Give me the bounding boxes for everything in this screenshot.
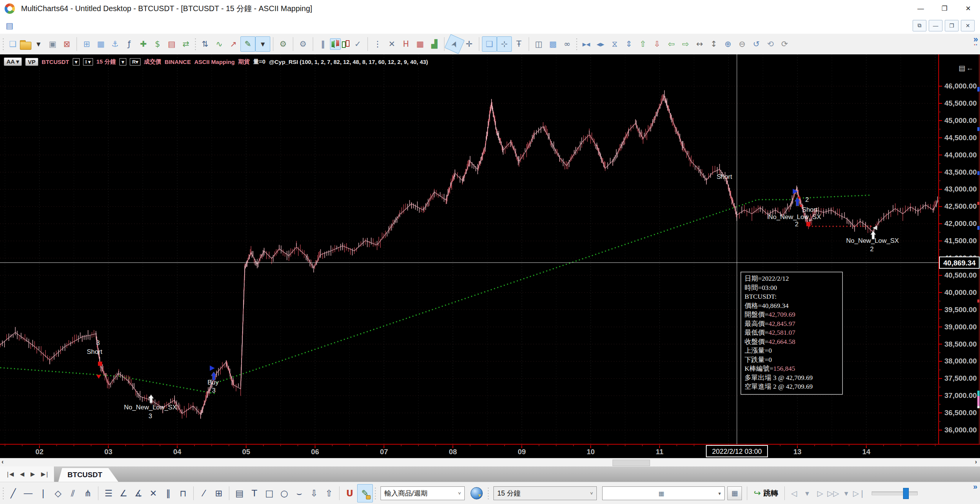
maximize-button[interactable]: ❐ [933, 0, 956, 17]
zoom-in-icon[interactable]: ⊕ [721, 37, 735, 51]
study-label[interactable]: @Cyp_RSI (100, 1, 2, 7, 82, 12, 48, 8, 1… [269, 59, 428, 65]
combo-dropdown-icon[interactable]: ▾ [717, 491, 721, 496]
last-tab-button[interactable]: ▶❘ [41, 471, 49, 478]
calendar-icon[interactable]: ▦ [658, 490, 664, 497]
new-chart-window-icon[interactable]: ❑ [6, 37, 20, 51]
study-settings-icon[interactable]: ⚙ [276, 37, 290, 51]
next-tab-button[interactable]: ▶ [31, 471, 34, 478]
magnet-tool-icon[interactable]: U [342, 484, 357, 502]
globe-icon[interactable] [470, 487, 483, 499]
chart-scrollbar[interactable]: ‹ › [0, 458, 980, 467]
calcul-list-tool-icon[interactable]: ▤ [232, 484, 247, 502]
expand-vertical-icon[interactable]: ⇕ [622, 37, 636, 51]
scroll-right-icon[interactable]: › [975, 458, 977, 465]
close-window-icon[interactable]: ⊠ [60, 37, 74, 51]
step-back-dropdown[interactable]: ▾ [800, 489, 813, 498]
step-back-button[interactable]: ◁ [787, 489, 800, 498]
insert-symbol-icon[interactable]: ⊞ [80, 37, 94, 51]
prev-tab-button[interactable]: ◀ [20, 471, 24, 478]
format-function-icon[interactable]: ƒ [122, 37, 136, 51]
arrow-down-tool-icon[interactable]: ⇩ [307, 484, 322, 502]
collapse-bars-icon[interactable]: ▶◀ [579, 37, 593, 51]
close-child-button[interactable]: ✕ [961, 20, 975, 31]
save-workspace-icon[interactable]: ▣ [46, 37, 60, 51]
timeframe-combo[interactable]: 15 分鐘 ˅ [493, 486, 597, 500]
combo-dropdown-icon[interactable]: ˅ [452, 491, 461, 496]
undo-icon[interactable]: ↺ [749, 37, 763, 51]
symbol-dropdown[interactable]: ▾ [73, 58, 80, 65]
one-to-one-x-icon[interactable]: ↔ [693, 37, 707, 51]
undo-x-icon[interactable]: ⟲ [763, 37, 777, 51]
resolution-dropdown[interactable]: R▾ [130, 58, 140, 65]
trend-angle-tool-icon[interactable]: ∠ [116, 484, 131, 502]
point-figure-icon[interactable]: ✕ [385, 37, 399, 51]
float-window-button[interactable]: ⧉ [913, 20, 926, 31]
scroll-left-icon[interactable]: ‹ [2, 458, 3, 465]
candle-style-icon[interactable] [330, 38, 341, 50]
parallel-vertical-tool-icon[interactable]: ‖ [161, 484, 176, 502]
toolbar-overflow-icon[interactable]: » ▪▪ [973, 36, 978, 46]
text-tool-icon[interactable]: T [247, 484, 262, 502]
combo-dropdown-icon[interactable]: ˅ [585, 491, 593, 496]
mapping-label[interactable]: ASCII Mapping [194, 59, 235, 65]
zoom-out-icon[interactable]: ⊖ [735, 37, 749, 51]
elliott-wave-tool-icon[interactable]: ∡ [131, 484, 146, 502]
interval-dropdown[interactable]: I ▾ [83, 58, 93, 65]
format-study-icon[interactable]: ✚ [136, 37, 150, 51]
timeframe-dropdown[interactable]: ▾ [119, 58, 127, 65]
price-type-label[interactable]: 成交價 [144, 58, 161, 65]
slider-thumb[interactable] [903, 488, 909, 499]
volume-label[interactable]: 量=0 [253, 58, 265, 65]
shift-left-icon[interactable]: ⇦ [664, 37, 678, 51]
shift-right-icon[interactable]: ⇨ [678, 37, 693, 51]
format-strategy-icon[interactable]: $ [150, 37, 165, 51]
draw-lock-tool-icon[interactable]: ✎ [357, 484, 373, 502]
font-size-chip[interactable]: AA ▾ [4, 57, 22, 66]
bar-style-icon[interactable]: ∥ [316, 37, 330, 51]
parallelogram-tool-icon[interactable]: ◇ [51, 484, 65, 502]
minimize-button[interactable]: — [909, 0, 933, 17]
image-export-icon[interactable]: ▩ [546, 37, 560, 51]
pointer-tool-icon[interactable]: ➤ [444, 34, 464, 54]
hint-bubble-icon[interactable]: ∞ [560, 37, 574, 51]
fast-forward-button[interactable]: ▷▷ [826, 489, 840, 498]
symbol-label[interactable]: BTCUSDT [42, 59, 69, 65]
insert-curve-plus-icon[interactable]: ∿ [212, 37, 226, 51]
scale-up-icon[interactable]: ⇧ [636, 37, 650, 51]
fib-retracement-tool-icon[interactable]: ☰ [101, 484, 116, 502]
tab-btcusdt[interactable]: BTCUSDT [58, 468, 118, 482]
insert-study-icon[interactable]: ⚓ [108, 37, 122, 51]
apply-symbol-button[interactable]: ▦ [727, 486, 742, 500]
jump-button[interactable]: ↪ 跳轉 [754, 488, 778, 498]
restore-child-button[interactable]: ❐ [945, 20, 959, 31]
exchange-label[interactable]: BINANCE [165, 59, 191, 65]
pitchfork-tool-icon[interactable]: ⋔ [80, 484, 95, 502]
gann-box-tool-icon[interactable]: ⊓ [176, 484, 191, 502]
go-end-button[interactable]: ▷❘ [853, 489, 866, 498]
insert-bar-plus-icon[interactable]: ⇅ [198, 37, 212, 51]
ellipse-tool-icon[interactable]: ○ [277, 484, 292, 502]
open-dropdown-icon[interactable]: ▾ [31, 37, 46, 51]
price-chart[interactable]: 3ShortNo_New_Low_SX3Buy3Short2ShortNo_Ne… [0, 54, 980, 458]
data-tooltip-icon[interactable]: ❑ [482, 36, 497, 52]
fast-forward-dropdown[interactable]: ▾ [840, 489, 853, 498]
drawing-mode-icon[interactable]: ✎ [240, 36, 255, 52]
goto-date-combo[interactable]: ▦ ▾ [602, 486, 725, 500]
undo-y-icon[interactable]: ⟳ [777, 37, 792, 51]
crosshair-tool-icon[interactable]: ✛ [462, 37, 476, 51]
window-settings-icon[interactable]: ⚙ [296, 37, 310, 51]
arc-tool-icon[interactable]: ⌣ [292, 484, 307, 502]
line-style-icon[interactable]: ✓ [351, 37, 365, 51]
vertical-segment-tool-icon[interactable]: | [36, 484, 51, 502]
minimize-child-button[interactable]: — [929, 20, 942, 31]
format-symbol-icon[interactable]: ▦ [94, 37, 108, 51]
rectangle-tool-icon[interactable]: □ [262, 484, 277, 502]
crosshair-snap-icon[interactable]: ⊹ [497, 36, 512, 52]
timeframe-label[interactable]: 15 分鐘 [96, 58, 116, 65]
insert-trend-plus-icon[interactable]: ↗ [226, 37, 240, 51]
bottombar-overflow-icon[interactable]: » [973, 482, 977, 491]
scale-down-icon[interactable]: ⇩ [650, 37, 664, 51]
scrollbar-thumb[interactable] [612, 460, 650, 466]
horizontal-segment-tool-icon[interactable]: ― [21, 484, 36, 502]
hollow-candle-style-icon[interactable] [341, 39, 351, 49]
